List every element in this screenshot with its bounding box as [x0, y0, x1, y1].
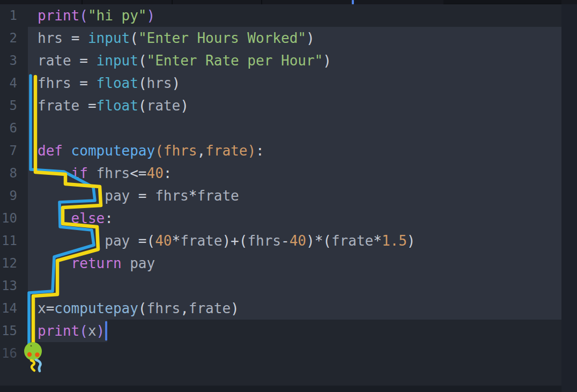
code-line-text[interactable]: rate = input("Enter Rate per Hour") — [28, 49, 577, 72]
code-token: * — [189, 188, 197, 204]
code-token: ( — [138, 300, 147, 316]
code-line[interactable]: 1print("hi py") — [0, 4, 577, 27]
code-token: + — [231, 233, 239, 249]
code-token: : — [105, 210, 113, 226]
code-token: return — [38, 255, 122, 271]
code-line[interactable]: 15print(x) — [0, 320, 577, 342]
code-token: float — [97, 98, 138, 114]
code-line-text[interactable]: hrs = input("Enter Hours Worked") — [28, 27, 577, 49]
code-editor[interactable]: 1print("hi py")2hrs = input("Enter Hours… — [0, 4, 577, 392]
code-line-text[interactable]: else: — [28, 207, 577, 230]
line-number: 4 — [0, 72, 28, 94]
code-token: ) — [180, 98, 189, 114]
code-token: ) — [306, 233, 315, 249]
code-token: = — [138, 233, 147, 249]
tab-separator — [172, 0, 173, 4]
code-token: "hi py" — [88, 8, 147, 24]
code-token: x — [88, 323, 97, 339]
code-line-text[interactable] — [28, 342, 577, 365]
bottom-bar — [0, 386, 561, 392]
code-token: pay — [122, 255, 156, 271]
code-token: ( — [138, 98, 147, 114]
code-line[interactable]: 14x=computepay(fhrs,frate) — [0, 297, 577, 320]
line-number: 15 — [0, 320, 28, 342]
line-number: 6 — [0, 117, 28, 139]
code-token: def — [38, 143, 63, 159]
code-line-text[interactable]: fhrs = float(hrs) — [28, 72, 577, 94]
line-number: 10 — [0, 207, 28, 230]
code-token: input — [97, 53, 138, 69]
code-token: ) — [306, 30, 315, 46]
code-line-text[interactable]: x=computepay(fhrs,frate) — [28, 297, 577, 320]
code-token: float — [97, 75, 138, 91]
code-line-text[interactable]: return pay — [28, 252, 577, 275]
code-token: hrs — [147, 75, 172, 91]
code-token: hrs — [38, 30, 71, 46]
line-number: 2 — [0, 27, 28, 49]
code-token: ) — [231, 300, 239, 316]
code-token: "Enter Hours Worked" — [138, 30, 306, 46]
code-line-text[interactable]: print(x) — [28, 320, 577, 342]
code-line[interactable]: 12 return pay — [0, 252, 577, 275]
code-line[interactable]: 13 — [0, 275, 577, 297]
code-token: ( — [130, 30, 138, 46]
code-line[interactable]: 3rate = input("Enter Rate per Hour") — [0, 49, 577, 72]
code-token: else — [38, 210, 105, 226]
inactive-tab[interactable] — [443, 0, 561, 4]
code-line[interactable]: 2hrs = input("Enter Hours Worked") — [0, 27, 577, 49]
code-token: pay — [38, 188, 138, 204]
selection-highlight — [28, 117, 561, 139]
code-lines: 1print("hi py")2hrs = input("Enter Hours… — [0, 4, 577, 365]
code-token: fhrs — [164, 143, 197, 159]
code-token: 40 — [290, 233, 306, 249]
code-token: x — [38, 300, 46, 316]
line-number: 11 — [0, 230, 28, 252]
code-line[interactable]: 11 pay =(40*frate)+(fhrs-40)*(frate*1.5) — [0, 230, 577, 252]
code-line[interactable]: 7def computepay(fhrs,frate): — [0, 139, 577, 162]
line-number: 14 — [0, 297, 28, 320]
code-token: computepay — [63, 143, 155, 159]
code-token: "Enter Rate per Hour" — [147, 53, 323, 69]
code-token: fhrs — [38, 75, 79, 91]
code-token: ( — [138, 75, 147, 91]
code-line[interactable]: 10 else: — [0, 207, 577, 230]
code-line[interactable]: 6 — [0, 117, 577, 139]
code-token: = — [88, 98, 97, 114]
code-token: * — [373, 233, 382, 249]
code-token: input — [88, 30, 130, 46]
code-token: rate — [147, 98, 181, 114]
code-line-text[interactable]: if fhrs<=40: — [28, 162, 577, 184]
code-line-text[interactable]: pay = fhrs*frate — [28, 184, 577, 207]
code-token: frate — [197, 188, 239, 204]
code-line-text[interactable]: print("hi py") — [28, 4, 577, 27]
code-line-text[interactable]: frate =float(rate) — [28, 94, 577, 117]
code-line[interactable]: 9 pay = fhrs*frate — [0, 184, 577, 207]
active-tab-indicator — [352, 0, 354, 4]
code-line[interactable]: 5frate =float(rate) — [0, 94, 577, 117]
code-token: = — [71, 30, 88, 46]
code-line-text[interactable]: pay =(40*frate)+(fhrs-40)*(frate*1.5) — [28, 230, 577, 252]
line-number: 3 — [0, 49, 28, 72]
code-line-text[interactable]: def computepay(fhrs,frate): — [28, 139, 577, 162]
code-line[interactable]: 16 — [0, 342, 577, 365]
code-line-text[interactable] — [28, 117, 577, 139]
code-token: frate — [38, 98, 88, 114]
line-number: 7 — [0, 139, 28, 162]
code-token: 40 — [147, 165, 164, 181]
code-token: ( — [155, 143, 164, 159]
code-token: : — [164, 165, 172, 181]
line-number: 8 — [0, 162, 28, 184]
code-token: rate — [38, 53, 79, 69]
code-line[interactable]: 8 if fhrs<=40: — [0, 162, 577, 184]
code-token: = — [138, 188, 147, 204]
code-token: frate — [189, 300, 231, 316]
editor-right-edge — [561, 4, 577, 392]
code-line-text[interactable] — [28, 275, 577, 297]
code-token: fhrs — [88, 165, 130, 181]
code-token: ( — [79, 8, 88, 24]
code-line[interactable]: 4fhrs = float(hrs) — [0, 72, 577, 94]
code-token: ) — [247, 143, 256, 159]
code-token: : — [256, 143, 264, 159]
browser-tab-strip[interactable] — [0, 0, 577, 4]
code-token: <= — [130, 165, 146, 181]
